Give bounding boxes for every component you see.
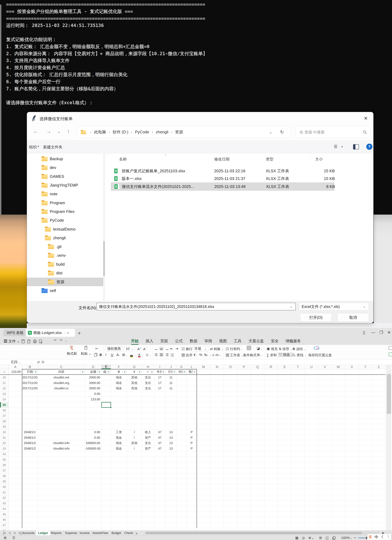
cell-T23[interactable] (291, 391, 305, 397)
cell-M23[interactable] (197, 391, 211, 397)
column-header-V[interactable]: V (318, 365, 332, 369)
ime-logo-icon[interactable]: S (369, 535, 372, 539)
cell-V38[interactable] (318, 473, 332, 479)
cell-O31[interactable] (224, 435, 237, 440)
cloud-save-icon[interactable] (314, 345, 320, 351)
cell-Z31[interactable] (372, 435, 386, 440)
tree-item-build[interactable]: build (27, 260, 103, 268)
cell-T21[interactable] (291, 380, 305, 386)
cell-F45[interactable] (111, 512, 127, 517)
cell-K43[interactable] (176, 501, 187, 506)
cell-U27[interactable] (305, 413, 318, 419)
tree-item-self[interactable]: self (27, 286, 103, 295)
cell-X43[interactable] (345, 501, 359, 506)
cell-F32[interactable]: 域名 (111, 440, 127, 446)
cell-Q21[interactable] (251, 380, 264, 386)
cell-R24[interactable] (264, 397, 278, 402)
cell-H28[interactable] (142, 419, 154, 424)
cell-F27[interactable] (111, 413, 127, 419)
cell-M1[interactable] (197, 369, 211, 375)
cell-Q28[interactable] (251, 419, 264, 424)
filetype-select[interactable]: Excel文件 (*.xlsx;*.xls) ⌄ (299, 303, 369, 310)
cell-D36[interactable] (85, 462, 102, 468)
cell-M40[interactable] (197, 484, 211, 490)
cell-O40[interactable] (224, 484, 237, 490)
cell-H47[interactable] (142, 523, 154, 528)
cell-S34[interactable] (278, 451, 291, 457)
cell-B48[interactable] (22, 528, 38, 530)
cell-I44[interactable] (154, 506, 166, 512)
cell-C35[interactable] (38, 457, 85, 462)
row-header-36[interactable]: 36 (0, 462, 9, 468)
cell-F46[interactable] (111, 517, 127, 523)
cell-S29[interactable] (278, 424, 291, 430)
filter-button[interactable]: ▽ 筛选 ⌄ (278, 353, 294, 357)
cell-K24[interactable] (176, 397, 187, 402)
row-header-23[interactable]: 23 (0, 391, 9, 397)
cell-B43[interactable] (22, 501, 38, 506)
cell-B29[interactable] (22, 424, 38, 430)
cell-T40[interactable] (291, 484, 305, 490)
cell-B40[interactable] (22, 484, 38, 490)
menu-tab-页面[interactable]: 页面 (160, 338, 168, 344)
cell-R43[interactable] (264, 501, 278, 506)
cell-Z38[interactable] (372, 473, 386, 479)
cell-S38[interactable] (278, 473, 291, 479)
cell-I27[interactable] (154, 413, 166, 419)
tree-item-PyCode[interactable]: PyCode (27, 216, 103, 224)
cell-J48[interactable] (166, 528, 176, 530)
cell-Q44[interactable] (251, 506, 264, 512)
cell-O47[interactable] (224, 523, 237, 528)
cell-K46[interactable] (176, 517, 187, 523)
cell-T27[interactable] (291, 413, 305, 419)
cell-J24[interactable] (166, 397, 176, 402)
cell-P22[interactable] (237, 386, 251, 391)
cell-B47[interactable] (22, 523, 38, 528)
cell-Q32[interactable] (251, 440, 264, 446)
cell-Z46[interactable] (372, 517, 386, 523)
filename-dropdown-icon[interactable]: ⌄ (290, 305, 293, 309)
cell-Z34[interactable] (372, 451, 386, 457)
cell-X45[interactable] (345, 512, 359, 517)
sheet-tab-Check[interactable]: Check (122, 530, 135, 535)
filter-dropdown-icon[interactable] (161, 370, 165, 374)
cell-H21[interactable]: 支出 (142, 380, 154, 386)
cell-Q41[interactable] (251, 490, 264, 495)
cell-T31[interactable] (291, 435, 305, 440)
cell-E48[interactable] (102, 528, 111, 530)
cell-T41[interactable] (291, 490, 305, 495)
cell-U42[interactable] (305, 495, 318, 501)
sort-button[interactable]: ⇅ 排序 ⌄ (279, 347, 292, 351)
cell-Z35[interactable] (372, 457, 386, 462)
cell-R44[interactable] (264, 506, 278, 512)
cell-W32[interactable] (332, 440, 345, 446)
cell-U44[interactable] (305, 506, 318, 512)
cell-D25[interactable] (85, 402, 102, 408)
cell-L47[interactable] (187, 523, 197, 528)
column-header-G[interactable]: G (127, 365, 142, 369)
menu-tab-工具[interactable]: 工具 (234, 338, 241, 344)
halign-icon-4[interactable]: ⇥ (175, 347, 178, 351)
cell-P34[interactable] (237, 451, 251, 457)
cell-Q48[interactable] (251, 528, 264, 530)
cell-F42[interactable] (111, 495, 127, 501)
cell-D46[interactable] (85, 517, 102, 523)
cell-M36[interactable] (197, 462, 211, 468)
cell-Y36[interactable] (359, 462, 372, 468)
cell-P38[interactable] (237, 473, 251, 479)
cell-L24[interactable] (187, 397, 197, 402)
cell-V21[interactable] (318, 380, 332, 386)
column-header-name[interactable]: 名称 (119, 154, 127, 165)
cell-D1[interactable]: 金额 (85, 369, 102, 375)
cell-C21[interactable]: cloudlet.org (38, 380, 85, 386)
tree-item-git[interactable]: .git (27, 242, 103, 251)
cell-N41[interactable] (211, 490, 224, 495)
cell-E30[interactable] (102, 430, 111, 435)
column-header-Q[interactable]: Q (251, 365, 264, 369)
cell-F44[interactable] (111, 506, 127, 512)
cell-X48[interactable] (345, 528, 359, 530)
cell-V25[interactable] (318, 402, 332, 408)
cell-G39[interactable] (127, 479, 142, 484)
cell-N33[interactable] (211, 446, 224, 451)
cell-P42[interactable] (237, 495, 251, 501)
